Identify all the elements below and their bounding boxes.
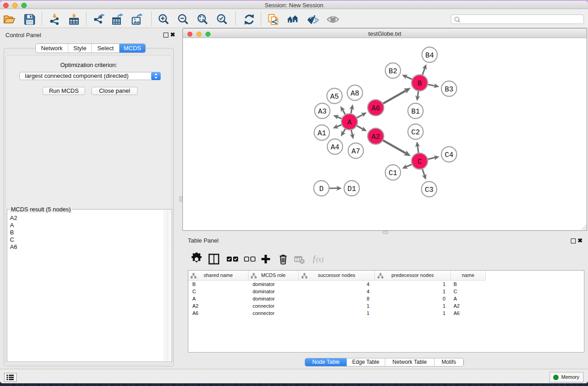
svg-text:B1: B1 [411, 108, 420, 116]
svg-text:C3: C3 [425, 186, 433, 194]
svg-text:A3: A3 [318, 108, 326, 116]
svg-text:(x): (x) [316, 256, 324, 263]
svg-text:C1: C1 [388, 169, 397, 177]
svg-text:B4: B4 [425, 52, 434, 60]
svg-text:A8: A8 [350, 90, 359, 98]
svg-text:C: C [417, 158, 422, 166]
svg-text:A: A [347, 119, 352, 127]
svg-text:A2: A2 [371, 133, 380, 141]
svg-text:D1: D1 [347, 185, 356, 193]
svg-text:D: D [319, 185, 324, 193]
svg-text:C2: C2 [411, 129, 420, 137]
svg-text:A1: A1 [317, 129, 326, 138]
svg-text:B2: B2 [388, 67, 397, 76]
svg-text:B: B [417, 80, 422, 88]
svg-text:B3: B3 [445, 86, 453, 94]
svg-text:A5: A5 [330, 93, 339, 101]
svg-text:A4: A4 [330, 143, 339, 152]
svg-text:C4: C4 [445, 151, 453, 159]
svg-text:A7: A7 [351, 148, 360, 156]
svg-text:A6: A6 [371, 105, 380, 113]
